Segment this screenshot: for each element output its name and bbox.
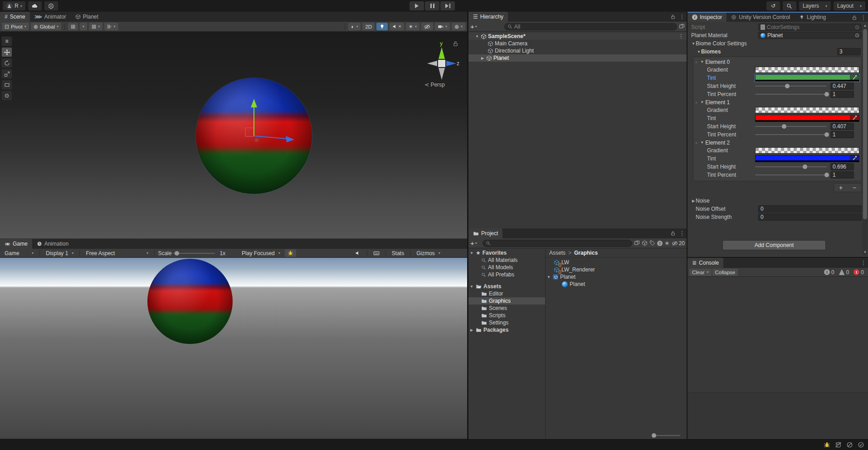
noise-offset-field[interactable]: 0: [758, 205, 862, 213]
scroll-down-icon[interactable]: ▼: [863, 250, 868, 254]
scale-tool-button[interactable]: [1, 69, 12, 79]
console-log-area[interactable]: [688, 392, 868, 439]
hierarchy-search-input[interactable]: All: [504, 23, 677, 30]
error-count-badge[interactable]: ! 0: [851, 269, 866, 276]
remove-element-button[interactable]: −: [848, 184, 861, 192]
input-toggle[interactable]: [371, 249, 382, 257]
lock-icon[interactable]: [670, 231, 676, 236]
persp-toggle[interactable]: ≺ Persp: [424, 82, 445, 88]
favorite-all-prefabs[interactable]: All Prefabs: [468, 271, 545, 278]
account-button[interactable]: R ▾: [3, 1, 25, 10]
orientation-gizmo[interactable]: y z: [422, 40, 461, 83]
file-planet-material[interactable]: Planet: [546, 281, 687, 288]
move-tool-button[interactable]: [1, 47, 12, 57]
create-asset-button[interactable]: + ▾: [470, 239, 477, 247]
overlay-menu-button[interactable]: ≡: [1, 36, 12, 46]
foldout-closed-icon[interactable]: ▶: [480, 56, 485, 60]
start-height-slider[interactable]: [755, 166, 827, 167]
game-mode-dropdown[interactable]: Game▾: [2, 249, 36, 257]
tab-scene[interactable]: # Scene: [0, 12, 30, 22]
noise-foldout[interactable]: ▶ Noise: [691, 197, 862, 205]
step-button[interactable]: [440, 1, 455, 10]
folder-graphics[interactable]: Graphics: [468, 297, 545, 305]
tint-color-field[interactable]: [755, 155, 859, 162]
grid-snap-dropdown[interactable]: ▾: [80, 23, 87, 30]
foldout-open-icon[interactable]: ▼: [475, 34, 479, 39]
hidden-count-toggle[interactable]: 20: [672, 240, 685, 247]
effects-dropdown[interactable]: ✶▾: [406, 23, 419, 30]
favorite-all-models[interactable]: All Models: [468, 264, 545, 271]
pivot-dropdown[interactable]: ⊡ Pivot ▾: [2, 23, 29, 30]
z-axis-cone[interactable]: [446, 61, 456, 66]
drag-handle-icon[interactable]: =: [695, 60, 698, 64]
noise-strength-field[interactable]: 0: [758, 213, 862, 221]
scene-viewport[interactable]: ≡ ⊙ y z: [0, 32, 467, 238]
tab-console[interactable]: ≣ Console: [688, 258, 723, 268]
tab-project[interactable]: Project: [468, 228, 502, 238]
file-lw-renderer[interactable]: {} LW_Renderer: [546, 266, 687, 273]
foldout-open-icon[interactable]: ▼: [469, 251, 474, 255]
pause-button[interactable]: [425, 1, 439, 10]
bottom-axis-cone[interactable]: [439, 68, 445, 80]
y-axis-cone[interactable]: [439, 47, 445, 59]
debugger-bug-icon[interactable]: [824, 441, 830, 448]
hierarchy-row-planet[interactable]: ▶ Planet: [468, 54, 687, 62]
2d-toggle[interactable]: 2D: [362, 23, 375, 30]
tint-color-field[interactable]: [755, 115, 859, 122]
tint-percent-slider[interactable]: [755, 134, 827, 135]
element-1-header[interactable]: = ▼ Element 1: [695, 98, 859, 106]
grid-visibility-toggle[interactable]: ⊞▾: [89, 23, 102, 30]
game-audio-toggle[interactable]: [352, 249, 364, 257]
debug-button[interactable]: [285, 249, 296, 257]
snap-increment-dropdown[interactable]: ⊪▾: [104, 23, 118, 30]
tab-game[interactable]: Game: [0, 239, 32, 249]
lock-icon[interactable]: [670, 14, 676, 19]
breadcrumb-root[interactable]: Assets: [549, 250, 566, 256]
scroll-up-icon[interactable]: ▲: [863, 24, 868, 28]
tab-animator[interactable]: ⋙ Animator: [30, 12, 71, 22]
thumbnail-zoom-slider[interactable]: [652, 435, 680, 436]
code-optimization-icon[interactable]: [846, 441, 853, 448]
folder-settings[interactable]: Settings: [468, 319, 545, 326]
breadcrumb-current[interactable]: Graphics: [574, 250, 598, 256]
undo-history-button[interactable]: ↺: [766, 1, 780, 10]
open-search-window-icon[interactable]: [679, 24, 685, 29]
scale-slider[interactable]: [173, 253, 215, 254]
biomes-foldout[interactable]: ▼ Biomes 3: [691, 48, 862, 56]
shading-mode-dropdown[interactable]: ◐▾: [348, 23, 361, 30]
lock-icon[interactable]: [454, 42, 457, 46]
clear-button[interactable]: Clear ▾: [689, 269, 712, 276]
project-search-input[interactable]: [483, 240, 632, 247]
layout-dropdown[interactable]: Layout▾: [834, 1, 865, 10]
scene-lighting-toggle[interactable]: [376, 23, 388, 30]
drag-handle-icon[interactable]: =: [695, 140, 698, 145]
display-dropdown[interactable]: Display 1▾: [43, 249, 76, 257]
folder-editor[interactable]: Editor: [468, 290, 545, 297]
kebab-menu-icon[interactable]: ⋮: [678, 33, 684, 39]
file-lw[interactable]: {} LW: [546, 259, 687, 266]
tint-color-field[interactable]: [755, 74, 859, 82]
folder-scripts[interactable]: Scripts: [468, 312, 545, 319]
play-focused-dropdown[interactable]: Play Focused▾: [239, 249, 283, 257]
play-button[interactable]: [410, 1, 424, 10]
center-cube[interactable]: [438, 60, 445, 67]
foldout-closed-icon[interactable]: ▶: [469, 328, 474, 332]
info-count-badge[interactable]: ! 0: [822, 269, 837, 276]
inspector-scrollbar[interactable]: ▲ ▼: [863, 23, 868, 255]
object-picker-icon[interactable]: ⊙: [855, 24, 859, 30]
tab-version-control[interactable]: Unity Version Control: [727, 13, 795, 22]
gradient-field[interactable]: [755, 147, 859, 154]
element-2-header[interactable]: = ▼ Element 2: [695, 139, 859, 146]
tint-percent-slider[interactable]: [755, 94, 827, 95]
gradient-field[interactable]: [755, 107, 859, 113]
file-planet-shader[interactable]: ▼ Planet: [546, 273, 687, 281]
rect-tool-button[interactable]: [1, 80, 12, 90]
tab-hierarchy[interactable]: ☰ Hierarchy: [468, 12, 508, 22]
eyedropper-button[interactable]: [850, 115, 859, 120]
start-height-value[interactable]: 0.696: [830, 163, 854, 170]
biome-color-settings-foldout[interactable]: ▼ Biome Color Settings: [691, 39, 862, 48]
eyedropper-button[interactable]: [850, 75, 859, 80]
rotate-tool-button[interactable]: [1, 58, 12, 68]
search-by-label-icon[interactable]: [649, 240, 655, 246]
tab-planet[interactable]: Planet: [71, 12, 103, 22]
